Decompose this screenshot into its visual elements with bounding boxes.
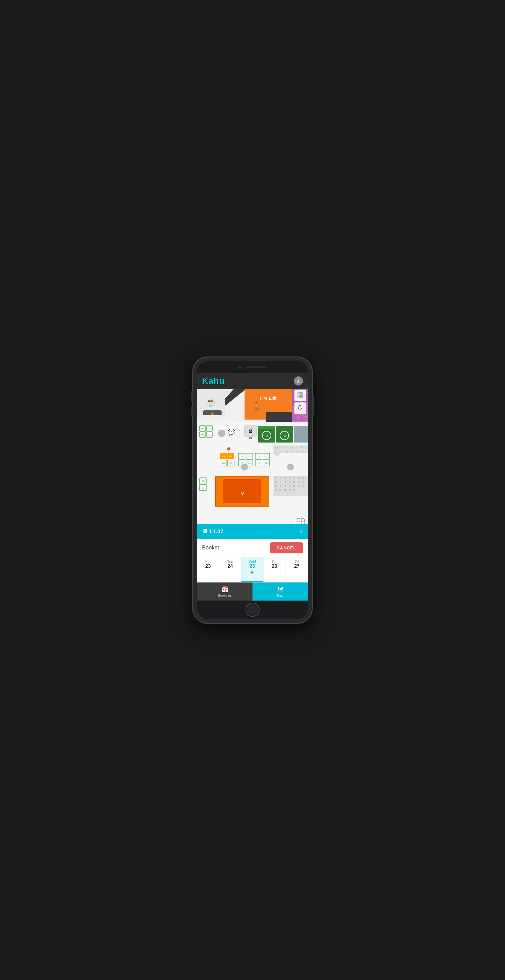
- svg-text:22: 22: [281, 450, 283, 452]
- svg-text:53: 53: [298, 481, 300, 483]
- svg-text:41: 41: [279, 481, 281, 483]
- svg-rect-41: [258, 426, 275, 430]
- phone-home-area: [197, 601, 308, 619]
- desk-name-label: L1.07: [210, 528, 223, 535]
- svg-text:40: 40: [279, 477, 281, 479]
- floor-map-area[interactable]: ☕ 🔒 Fire Exit 🚶 ℹ: [197, 389, 308, 524]
- bottom-navigation: 📅 Bookings 🗺 Map: [197, 582, 308, 601]
- svg-text:📍: 📍: [225, 447, 233, 454]
- svg-text:02: 02: [202, 434, 204, 436]
- svg-text:01: 01: [202, 428, 204, 430]
- svg-rect-150: [278, 492, 283, 496]
- svg-rect-153: [292, 492, 296, 496]
- close-panel-button[interactable]: ×: [299, 528, 303, 536]
- desk-type-icon: 🖥: [202, 528, 208, 535]
- svg-text:59: 59: [279, 489, 281, 491]
- home-button[interactable]: [245, 603, 260, 617]
- svg-text:☕: ☕: [206, 397, 216, 407]
- svg-text:58: 58: [275, 489, 277, 491]
- power-button: [313, 397, 314, 415]
- svg-text:50: 50: [293, 481, 295, 483]
- svg-text:30: 30: [300, 450, 302, 452]
- calendar-day-thu[interactable]: Thu 26: [264, 557, 286, 582]
- cal-day-content-thu: [265, 569, 284, 579]
- vol-down-button: [191, 406, 192, 417]
- svg-text:04: 04: [208, 434, 211, 436]
- calendar-week-row[interactable]: Mon 23 Tue 24 Wed 25: [197, 557, 308, 582]
- svg-text:08: 08: [230, 462, 232, 464]
- svg-text:03: 03: [208, 428, 211, 430]
- svg-text:17: 17: [265, 455, 267, 458]
- svg-text:14: 14: [248, 462, 251, 464]
- svg-text:⬡: ⬡: [298, 404, 303, 410]
- svg-rect-149: [274, 492, 278, 496]
- svg-text:62: 62: [289, 489, 291, 491]
- map-nav-icon: 🗺: [277, 586, 283, 593]
- cal-day-content-mon: [199, 569, 218, 579]
- svg-text:39: 39: [275, 485, 277, 487]
- svg-text:26: 26: [291, 450, 292, 452]
- cancel-booking-button[interactable]: CANCEL: [270, 542, 303, 554]
- calendar-day-wed[interactable]: Wed 25 🖥: [241, 557, 264, 582]
- svg-text:PC: PC: [275, 452, 278, 453]
- cal-day-name-fri: Fri: [287, 560, 306, 563]
- app-logo: Kahu: [202, 376, 225, 386]
- svg-text:56: 56: [302, 481, 304, 483]
- svg-text:28: 28: [295, 450, 297, 452]
- svg-rect-154: [297, 492, 301, 496]
- svg-text:15: 15: [257, 455, 260, 458]
- camera-icon: [238, 366, 241, 369]
- profile-icon[interactable]: [294, 376, 303, 385]
- svg-point-107: [287, 464, 294, 470]
- svg-text:06: 06: [222, 462, 225, 464]
- svg-text:38: 38: [275, 481, 277, 483]
- cal-day-num-mon: 23: [199, 563, 218, 569]
- svg-text:✉: ✉: [249, 436, 252, 441]
- phone-notch: [197, 361, 308, 373]
- cal-day-num-fri: 27: [287, 563, 306, 569]
- svg-text:🔒: 🔒: [211, 411, 214, 415]
- desk-header-bar: 🖥 L1.07 ×: [197, 525, 308, 539]
- svg-text:37: 37: [275, 477, 277, 479]
- cal-day-name-mon: Mon: [199, 560, 218, 563]
- cal-day-name-tue: Tue: [220, 560, 240, 563]
- calendar-day-tue[interactable]: Tue 24: [219, 557, 241, 582]
- svg-text:32: 32: [305, 450, 306, 452]
- cal-day-num-wed: 25: [243, 563, 262, 569]
- svg-text:13: 13: [248, 455, 251, 458]
- cal-day-content-tue: [220, 569, 240, 579]
- svg-text:07: 07: [230, 455, 232, 458]
- svg-text:31: 31: [305, 447, 306, 449]
- svg-rect-147: [301, 488, 305, 492]
- svg-rect-155: [301, 492, 305, 496]
- svg-rect-50: [294, 426, 308, 442]
- svg-text:🖥: 🖥: [283, 434, 286, 438]
- svg-rect-156: [306, 492, 308, 496]
- calendar-day-fri[interactable]: Fri 27: [286, 557, 308, 582]
- svg-text:09: 09: [202, 480, 204, 482]
- desk-title: 🖥 L1.07: [202, 528, 223, 535]
- svg-text:21: 21: [281, 447, 283, 449]
- svg-text:29: 29: [300, 447, 302, 449]
- svg-text:10: 10: [202, 487, 204, 489]
- booking-indicator-wed: 🖥: [243, 570, 262, 575]
- svg-text:46: 46: [289, 477, 291, 479]
- cal-day-name-thu: Thu: [265, 560, 284, 563]
- cal-day-content-fri: [287, 569, 306, 579]
- svg-text:12: 12: [241, 462, 243, 464]
- cal-day-num-tue: 24: [220, 563, 240, 569]
- desk-detail-panel: 🖥 L1.07 × Booked CANCEL Mon 23: [197, 524, 308, 601]
- booking-status-label: Booked: [202, 544, 221, 551]
- svg-point-0: [297, 379, 299, 381]
- svg-text:🖥: 🖥: [265, 434, 268, 438]
- nav-item-map[interactable]: 🗺 Map: [252, 582, 308, 601]
- svg-text:🏢: 🏢: [297, 391, 304, 398]
- svg-text:55: 55: [302, 477, 304, 479]
- nav-item-bookings[interactable]: 📅 Bookings: [197, 582, 252, 601]
- svg-rect-152: [287, 492, 292, 496]
- calendar-day-mon[interactable]: Mon 23: [197, 557, 219, 582]
- svg-text:11: 11: [241, 455, 243, 458]
- phone-frame: Kahu ☕: [193, 357, 312, 623]
- svg-text:Fire Exit: Fire Exit: [260, 396, 277, 401]
- svg-text:16: 16: [257, 462, 260, 464]
